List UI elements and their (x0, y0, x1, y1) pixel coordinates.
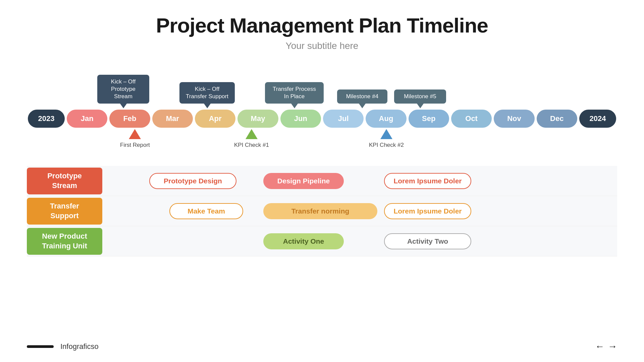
marker-label-first-report: First Report (120, 142, 150, 148)
stream-content-newproduct: Activity One Activity Two (102, 226, 617, 256)
pill-2023: 2023 (28, 110, 65, 128)
item-lorem2: Lorem Ipsume Doler (384, 203, 471, 219)
footer: Infograficso ← → (27, 341, 617, 352)
stream-content-prototype: Prototype Design Design Pipeline Lorem I… (102, 166, 617, 196)
pill-feb: Feb (109, 110, 150, 128)
timeline-area: Kick – OffPrototype Stream Kick – OffTra… (0, 71, 644, 159)
item-activity-two: Activity Two (384, 233, 471, 249)
item-transfer-norming: Transfer norming (263, 203, 377, 219)
bubble-kickoff2: Kick – OffTransfer Support (179, 82, 235, 104)
footer-arrows[interactable]: ← → (595, 341, 617, 352)
stream-content-transfer: Make Team Transfer norming Lorem Ipsume … (102, 196, 617, 226)
marker-triangle (246, 129, 258, 139)
arrow-left-button[interactable]: ← (595, 341, 604, 352)
item-activity-one: Activity One (263, 233, 344, 249)
marker-label-kpi1: KPI Check #1 (234, 142, 269, 148)
pill-sep: Sep (409, 110, 449, 128)
page-subtitle: Your subtitle here (0, 41, 644, 51)
item-prototype-design: Prototype Design (149, 173, 236, 189)
stream-row-transfer: TransferSupport Make Team Transfer normi… (27, 196, 617, 226)
item-design-pipeline: Design Pipeline (263, 173, 344, 189)
stream-row-newproduct: New ProductTraining Unit Activity One Ac… (27, 226, 617, 256)
pill-mar: Mar (152, 110, 193, 128)
footer-left: Infograficso (27, 342, 99, 351)
page-title: Project Management Plan Timeline (0, 0, 644, 37)
bubbles-row: Kick – OffPrototype Stream Kick – OffTra… (27, 71, 617, 108)
marker-triangle (129, 129, 141, 139)
pill-nov: Nov (494, 110, 534, 128)
arrow-right-button[interactable]: → (608, 341, 617, 352)
pill-apr: Apr (195, 110, 235, 128)
stream-label-prototype: PrototypeStream (27, 168, 102, 194)
pill-jan: Jan (67, 110, 107, 128)
pill-oct: Oct (451, 110, 492, 128)
pill-jul: Jul (323, 110, 364, 128)
stream-label-transfer: TransferSupport (27, 198, 102, 225)
markers-row: First Report KPI Check #1 KPI Check #2 (27, 129, 617, 159)
streams-area: PrototypeStream Prototype Design Design … (0, 166, 644, 256)
pill-aug: Aug (366, 110, 406, 128)
marker-label-kpi2: KPI Check #2 (369, 142, 404, 148)
bubble-milestone5: Milestone #5 (394, 89, 446, 104)
stream-label-newproduct: New ProductTraining Unit (27, 228, 102, 255)
marker-kpi2: KPI Check #2 (369, 129, 404, 148)
marker-first-report: First Report (120, 129, 150, 148)
marker-triangle (380, 129, 392, 139)
bubble-transfer: Transfer ProcessIn Place (265, 82, 324, 104)
pill-jun: Jun (280, 110, 321, 128)
pill-2024: 2024 (579, 110, 616, 128)
pill-may: May (237, 110, 278, 128)
pill-dec: Dec (537, 110, 577, 128)
item-lorem1: Lorem Ipsume Doler (384, 173, 471, 189)
bubble-milestone4: Milestone #4 (337, 89, 387, 104)
stream-row-prototype: PrototypeStream Prototype Design Design … (27, 166, 617, 196)
bubble-kickoff1: Kick – OffPrototype Stream (97, 75, 149, 104)
footer-bar (27, 345, 54, 348)
marker-kpi1: KPI Check #1 (234, 129, 269, 148)
footer-brand: Infograficso (60, 342, 99, 351)
month-bar: 2023 Jan Feb Mar Apr May Jun Jul Aug Sep… (27, 108, 617, 129)
item-make-team: Make Team (169, 203, 243, 219)
